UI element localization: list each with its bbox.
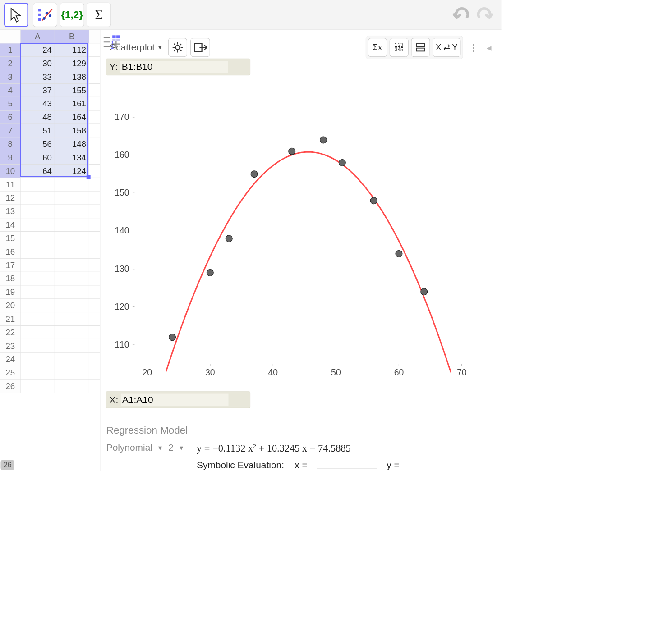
swap-xy-button[interactable]: X ⇄ Y	[433, 38, 460, 57]
cell-B3[interactable]: 138	[55, 70, 89, 84]
cell-B22[interactable]	[55, 326, 89, 339]
cell-A25[interactable]	[20, 366, 55, 380]
cell-B7[interactable]: 158	[55, 124, 89, 137]
row-header[interactable]: 3	[0, 70, 20, 84]
cell-B25[interactable]	[55, 366, 89, 380]
row-header[interactable]: 9	[0, 151, 20, 165]
cell-A22[interactable]	[20, 326, 55, 339]
data-point[interactable]	[251, 171, 258, 178]
undo-button[interactable]	[451, 5, 472, 27]
cell-B1[interactable]: 112	[55, 43, 89, 57]
cell-A2[interactable]: 30	[20, 57, 55, 70]
cell-B23[interactable]	[55, 339, 89, 352]
cell-B26[interactable]	[55, 380, 89, 393]
data-point[interactable]	[207, 270, 213, 276]
create-list-tool[interactable]: {1,2}	[60, 3, 84, 27]
collapse-panel-button[interactable]: ◂	[484, 42, 493, 53]
cell-B6[interactable]: 164	[55, 110, 89, 124]
cell-B21[interactable]	[55, 312, 89, 326]
row-header[interactable]: 15	[0, 232, 20, 245]
cell-A1[interactable]: 24	[20, 43, 55, 57]
export-chart-button[interactable]	[190, 38, 210, 57]
cell-B5[interactable]: 161	[55, 97, 89, 110]
cell-A26[interactable]	[20, 380, 55, 393]
row-header[interactable]: 25	[0, 366, 20, 380]
move-tool[interactable]	[4, 3, 28, 27]
data-point[interactable]	[169, 334, 176, 341]
cell-A8[interactable]: 56	[20, 137, 55, 151]
cell-A13[interactable]	[20, 205, 55, 218]
cell-B14[interactable]	[55, 218, 89, 232]
cell-B12[interactable]	[55, 191, 89, 205]
row-header[interactable]: 24	[0, 352, 20, 366]
cell-A7[interactable]: 51	[20, 124, 55, 137]
one-variable-analysis-tool[interactable]	[33, 3, 57, 27]
row-header[interactable]: 11	[0, 178, 20, 191]
row-header[interactable]: 26	[0, 380, 20, 393]
cell-A3[interactable]: 33	[20, 70, 55, 84]
chart-type-select[interactable]: Scatterplot ▾	[106, 40, 165, 55]
row-header[interactable]: 8	[0, 137, 20, 151]
row-header[interactable]: 4	[0, 83, 20, 97]
data-point[interactable]	[289, 148, 295, 155]
cell-B9[interactable]: 134	[55, 151, 89, 165]
cell-A9[interactable]: 60	[20, 151, 55, 165]
row-header[interactable]: 13	[0, 205, 20, 218]
cell-A12[interactable]	[20, 191, 55, 205]
sum-tool[interactable]: Σ	[87, 3, 111, 27]
cell-A14[interactable]	[20, 218, 55, 232]
cell-A15[interactable]	[20, 232, 55, 245]
row-header[interactable]: 16	[0, 245, 20, 258]
show-data-button[interactable]: 123345	[390, 38, 409, 57]
data-point[interactable]	[226, 235, 232, 242]
row-header[interactable]: 1	[0, 43, 20, 57]
cell-A4[interactable]: 37	[20, 83, 55, 97]
row-header[interactable]: 10	[0, 164, 20, 178]
cell-A19[interactable]	[20, 285, 55, 299]
row-header[interactable]: 20	[0, 299, 20, 312]
cell-B19[interactable]	[55, 285, 89, 299]
x-range-input[interactable]: X:	[106, 391, 250, 408]
regression-degree-select[interactable]: 2	[168, 443, 174, 453]
redo-button[interactable]	[474, 5, 495, 27]
cell-A5[interactable]: 43	[20, 97, 55, 110]
row-header[interactable]: 5	[0, 97, 20, 110]
cell-B18[interactable]	[55, 272, 89, 285]
show-statistics-button[interactable]: Σx	[368, 38, 387, 57]
y-range-input[interactable]: Y:	[106, 59, 250, 75]
cell-A20[interactable]	[20, 299, 55, 312]
cell-B4[interactable]: 155	[55, 83, 89, 97]
cell-B16[interactable]	[55, 245, 89, 258]
cell-B15[interactable]	[55, 232, 89, 245]
data-point[interactable]	[396, 251, 402, 257]
regression-model-select[interactable]: Polynomial	[106, 443, 152, 453]
cell-A23[interactable]	[20, 339, 55, 352]
row-header[interactable]: 23	[0, 339, 20, 352]
column-header[interactable]: B	[55, 30, 89, 43]
data-point[interactable]	[339, 160, 345, 166]
cell-A11[interactable]	[20, 178, 55, 191]
row-header[interactable]: 2	[0, 57, 20, 70]
row-header[interactable]: 22	[0, 326, 20, 339]
toggle-second-plot-button[interactable]	[411, 38, 430, 57]
panel-menu-button[interactable]: ⋮	[466, 42, 481, 53]
row-header[interactable]: 7	[0, 124, 20, 137]
cell-A21[interactable]	[20, 312, 55, 326]
cell-B11[interactable]	[55, 178, 89, 191]
row-header[interactable]: 12	[0, 191, 20, 205]
row-header[interactable]: 17	[0, 258, 20, 272]
data-point[interactable]	[320, 137, 327, 143]
cell-B24[interactable]	[55, 352, 89, 366]
cell-A17[interactable]	[20, 258, 55, 272]
cell-B10[interactable]: 124	[55, 164, 89, 178]
cell-A6[interactable]: 48	[20, 110, 55, 124]
row-header[interactable]: 14	[0, 218, 20, 232]
data-point[interactable]	[421, 288, 428, 295]
row-header[interactable]: 6	[0, 110, 20, 124]
cell-B8[interactable]: 148	[55, 137, 89, 151]
sym-eval-x-input[interactable]	[317, 461, 377, 468]
cell-B17[interactable]	[55, 258, 89, 272]
row-header[interactable]: 19	[0, 285, 20, 299]
row-header[interactable]: 21	[0, 312, 20, 326]
data-point[interactable]	[370, 197, 377, 204]
